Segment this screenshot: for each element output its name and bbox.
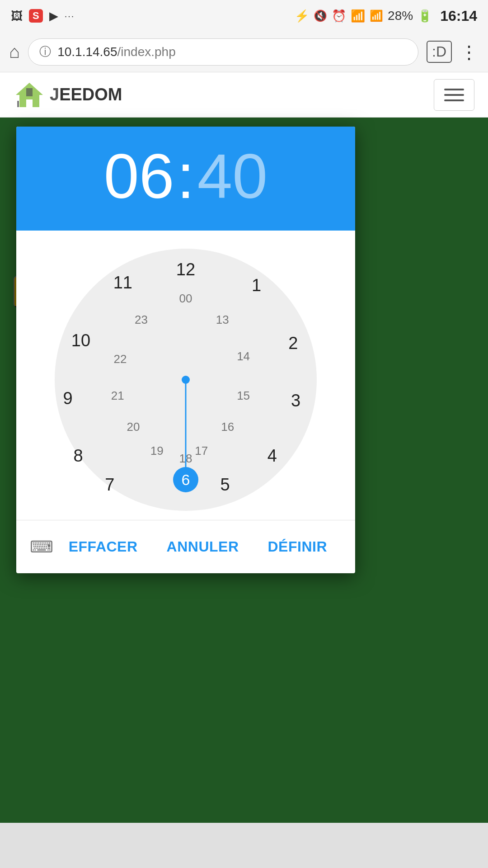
clock-number-5[interactable]: 5	[220, 475, 230, 495]
clock-inner-20[interactable]: 20	[127, 420, 140, 434]
clock-inner-14[interactable]: 14	[237, 349, 250, 363]
clock-inner-15[interactable]: 15	[237, 388, 250, 402]
wifi-icon: 📶	[351, 9, 365, 23]
dots-icon: ···	[65, 11, 75, 21]
address-text: 10.1.14.65/index.php	[57, 45, 176, 59]
clock-number-9[interactable]: 9	[63, 388, 72, 408]
dialog-time-header: 06 : 40	[16, 127, 355, 231]
status-bar: 🖼 S ▶ ··· ⚡ 🔇 ⏰ 📶 📶 28% 🔋 16:14	[0, 0, 488, 32]
svg-rect-1	[26, 88, 33, 96]
annuler-button[interactable]: ANNULER	[152, 531, 253, 562]
clock-inner-22[interactable]: 22	[114, 352, 127, 366]
jeedom-header: JEEDOM	[0, 72, 488, 118]
status-bar-left-icons: 🖼 S ▶ ···	[11, 9, 75, 23]
clock-inner-13[interactable]: 13	[216, 312, 229, 326]
status-time: 16:14	[440, 8, 477, 24]
clock-inner-23[interactable]: 23	[135, 312, 148, 326]
signal-icon: 📶	[370, 9, 383, 22]
definir-button[interactable]: DÉFINIR	[253, 531, 342, 562]
clock-hand-line	[185, 380, 187, 475]
clock-inner-16[interactable]: 16	[221, 420, 234, 434]
time-picker-dialog: 06 : 40 12 1 2 3 4 5 6	[16, 127, 355, 573]
hamburger-menu-button[interactable]	[434, 79, 474, 111]
browser-address-bar[interactable]: ⓘ 10.1.14.65/index.php	[28, 38, 418, 66]
clock-number-12[interactable]: 12	[176, 260, 195, 279]
clock-container: 12 1 2 3 4 5 6 7 8 9 10	[16, 231, 355, 520]
clock-number-2[interactable]: 2	[288, 333, 298, 353]
clock-number-10[interactable]: 10	[71, 331, 90, 350]
battery-percent: 28%	[388, 9, 413, 23]
hamburger-line-3	[444, 99, 464, 101]
keyboard-icon[interactable]: ⌨	[30, 538, 53, 557]
status-bar-right-icons: ⚡ 🔇 ⏰ 📶 📶 28% 🔋 16:14	[295, 8, 477, 24]
clock-number-4[interactable]: 4	[267, 446, 277, 466]
time-hours[interactable]: 06	[104, 145, 174, 208]
browser-tab-icon[interactable]: :D	[427, 41, 452, 63]
clock-inner-21[interactable]: 21	[111, 388, 124, 402]
dialog-time-display: 06 : 40	[43, 145, 328, 208]
clock-face[interactable]: 12 1 2 3 4 5 6 7 8 9 10	[55, 249, 317, 511]
clock-number-3[interactable]: 3	[291, 391, 300, 410]
dialog-footer: ⌨ EFFACER ANNULER DÉFINIR	[16, 520, 355, 573]
browser-chrome: ⌂ ⓘ 10.1.14.65/index.php :D ⋮	[0, 32, 488, 72]
clock-number-7[interactable]: 7	[105, 475, 114, 495]
clock-number-8[interactable]: 8	[74, 446, 83, 466]
hamburger-line-1	[444, 89, 464, 90]
browser-menu-button[interactable]: ⋮	[460, 42, 479, 62]
clock-selected-hour: 6	[182, 471, 190, 489]
battery-icon: 🔋	[418, 9, 432, 23]
clock-hand-tip-circle[interactable]: 6	[173, 467, 198, 492]
clock-inner-17[interactable]: 17	[195, 443, 208, 458]
bluetooth-icon: ⚡	[295, 9, 309, 23]
app-icon-red: S	[29, 9, 43, 23]
jeedom-logo-text: JEEDOM	[50, 85, 122, 104]
clock-number-11[interactable]: 11	[113, 273, 132, 292]
clock-center-dot	[182, 376, 190, 384]
jeedom-logo-icon	[14, 79, 45, 111]
clock-number-1[interactable]: 1	[252, 276, 261, 295]
clock-inner-19[interactable]: 19	[150, 443, 164, 458]
jeedom-logo: JEEDOM	[14, 79, 122, 111]
time-colon: :	[177, 145, 195, 208]
alarm-icon: ⏰	[332, 9, 346, 23]
hamburger-line-2	[444, 94, 464, 96]
clock-inner-00[interactable]: 00	[179, 292, 192, 306]
time-minutes[interactable]: 40	[197, 145, 267, 208]
main-content-area: ✓ On Off color rouge jaune bleu rouge 06…	[0, 118, 488, 823]
mute-icon: 🔇	[314, 9, 327, 22]
browser-home-button[interactable]: ⌂	[9, 42, 20, 62]
telegram-icon: ▶	[49, 9, 58, 23]
effacer-button[interactable]: EFFACER	[54, 531, 152, 562]
address-info-icon: ⓘ	[39, 44, 51, 60]
gallery-icon: 🖼	[11, 9, 23, 23]
